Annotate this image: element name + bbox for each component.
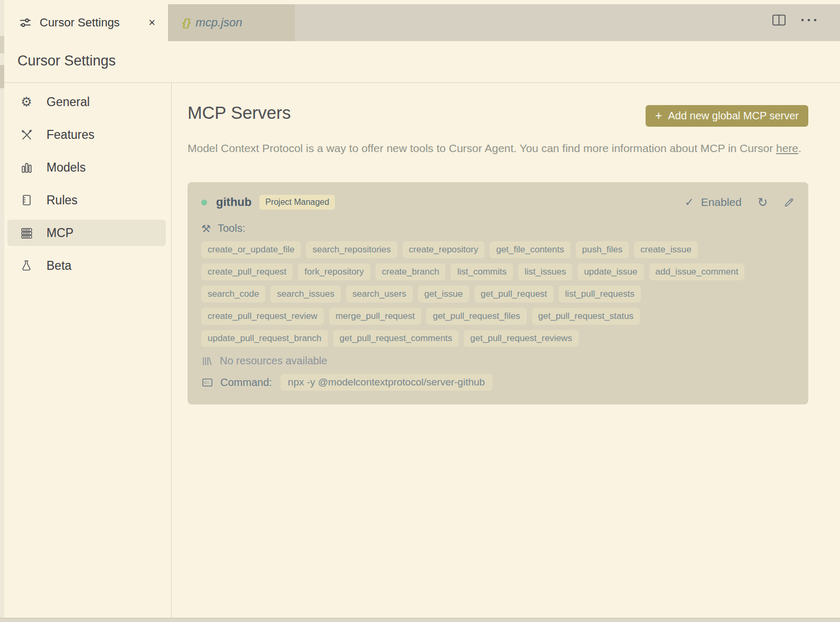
tools-row: ⚒ Tools: xyxy=(201,222,795,234)
tool-tag: search_code xyxy=(201,286,265,303)
status-dot xyxy=(201,200,207,205)
tool-tag: update_pull_request_branch xyxy=(201,330,328,347)
tool-tag: get_issue xyxy=(418,286,469,303)
sidebar-item-label: Rules xyxy=(46,193,78,208)
mcp-server-card-github: github Project Managed ✓ Enabled ↻ ⚒ Too… xyxy=(188,182,808,404)
window-actions xyxy=(772,14,818,26)
plus-icon: + xyxy=(655,110,662,122)
document-rules-icon xyxy=(19,194,34,206)
tool-tag: search_issues xyxy=(270,286,341,303)
settings-sliders-icon xyxy=(18,16,32,30)
tool-tag: get_pull_request_comments xyxy=(333,330,459,347)
tab-bar: {} mcp.json xyxy=(168,4,840,41)
enabled-label: Enabled xyxy=(701,196,742,209)
sidebar-item-rules[interactable]: Rules xyxy=(7,187,166,213)
refresh-icon[interactable]: ↻ xyxy=(758,196,768,209)
command-row: C:\ Command: npx -y @modelcontextprotoco… xyxy=(201,374,795,391)
tool-tag: fork_repository xyxy=(298,263,370,280)
tool-tag: push_files xyxy=(576,241,629,258)
tool-tag: create_branch xyxy=(376,263,446,280)
command-value: npx -y @modelcontextprotocol/server-gith… xyxy=(281,374,492,391)
tool-tag: search_users xyxy=(346,286,413,303)
terminal-icon: C:\ xyxy=(201,376,213,389)
json-file-icon: {} xyxy=(182,16,191,29)
left-edge-block xyxy=(0,36,4,53)
tab-label: Cursor Settings xyxy=(40,16,120,30)
server-name: github xyxy=(216,195,251,209)
tool-tag: add_issue_comment xyxy=(649,263,745,280)
section-title: MCP Servers xyxy=(188,103,291,123)
server-card-header: github Project Managed ✓ Enabled ↻ xyxy=(201,195,795,210)
tool-tag-row: create_pull_requestfork_repositorycreate… xyxy=(201,263,795,280)
server-card-actions: ✓ Enabled ↻ xyxy=(685,196,795,209)
tool-tag: search_repositories xyxy=(306,241,397,258)
tool-tag: get_pull_request xyxy=(474,286,554,303)
project-managed-badge: Project Managed xyxy=(259,195,335,210)
enabled-toggle[interactable]: ✓ Enabled xyxy=(685,196,742,209)
tools-label: Tools: xyxy=(218,222,245,234)
flask-icon xyxy=(19,259,34,272)
tool-tag-row: search_codesearch_issuessearch_usersget_… xyxy=(201,286,795,303)
tool-tag: get_pull_request_reviews xyxy=(464,330,578,347)
sidebar-item-label: Beta xyxy=(46,259,71,273)
split-editor-icon[interactable] xyxy=(772,14,786,26)
resources-text: No resources available xyxy=(220,355,327,367)
tool-tag: merge_pull_request xyxy=(329,308,421,325)
tool-tag-row: create_or_update_filesearch_repositories… xyxy=(201,241,795,258)
tab-mcp-json[interactable]: {} mcp.json xyxy=(168,4,295,41)
tool-tag: list_issues xyxy=(518,263,572,280)
sidebar-item-features[interactable]: Features xyxy=(7,121,166,148)
tools-icon xyxy=(19,128,34,142)
sidebar-item-beta[interactable]: Beta xyxy=(7,252,166,279)
gear-icon: ⚙ xyxy=(19,96,34,108)
add-global-mcp-server-button[interactable]: + Add new global MCP server xyxy=(646,105,808,127)
tool-tag: list_commits xyxy=(451,263,513,280)
settings-sidebar: ⚙ General Features Models xyxy=(4,89,171,279)
sidebar-item-general[interactable]: ⚙ General xyxy=(7,89,166,115)
library-icon xyxy=(201,355,213,367)
server-stack-icon xyxy=(19,227,34,240)
tool-tag: list_pull_requests xyxy=(559,286,641,303)
edit-pencil-icon[interactable] xyxy=(783,197,795,208)
tool-tag: create_repository xyxy=(403,241,484,258)
command-label: Command: xyxy=(220,376,272,389)
left-edge-block xyxy=(0,65,4,88)
tool-tag-row: create_pull_request_reviewmerge_pull_req… xyxy=(201,308,795,325)
tool-tag: get_pull_request_files xyxy=(426,308,526,325)
sidebar-item-label: General xyxy=(46,95,90,109)
tool-tag: create_issue xyxy=(634,241,697,258)
bottom-strip xyxy=(0,618,840,622)
left-edge-strip xyxy=(0,0,4,618)
tool-tag: update_issue xyxy=(577,263,643,280)
tools-icon: ⚒ xyxy=(201,223,211,234)
tab-cursor-settings[interactable]: Cursor Settings × xyxy=(4,4,164,41)
close-tab-icon[interactable]: × xyxy=(148,17,155,29)
tool-tag-row: update_pull_request_branchget_pull_reque… xyxy=(201,330,795,347)
here-link[interactable]: here xyxy=(776,142,798,154)
check-icon: ✓ xyxy=(685,196,694,209)
sidebar-item-label: Models xyxy=(46,161,86,175)
tool-tag: get_pull_request_status xyxy=(532,308,640,325)
mcp-settings-panel: MCP Servers + Add new global MCP server … xyxy=(172,83,840,618)
tool-tag: create_pull_request_review xyxy=(201,308,324,325)
page-title: Cursor Settings xyxy=(17,53,116,69)
sidebar-item-models[interactable]: Models xyxy=(7,154,166,181)
tool-tag: create_pull_request xyxy=(201,263,293,280)
sidebar-item-label: MCP xyxy=(46,226,73,240)
tool-tag: create_or_update_file xyxy=(201,241,301,258)
tool-tags: create_or_update_filesearch_repositories… xyxy=(201,241,795,347)
sidebar-item-mcp[interactable]: MCP xyxy=(7,220,166,246)
svg-text:C:\: C:\ xyxy=(204,380,209,384)
section-description: Model Context Protocol is a way to offer… xyxy=(188,139,807,157)
resources-row: No resources available xyxy=(201,355,795,367)
tab-label: mcp.json xyxy=(195,16,242,30)
tool-tag: get_file_contents xyxy=(490,241,571,258)
bar-chart-icon xyxy=(19,161,34,174)
more-actions-icon[interactable] xyxy=(800,17,818,23)
sidebar-item-label: Features xyxy=(46,128,95,142)
